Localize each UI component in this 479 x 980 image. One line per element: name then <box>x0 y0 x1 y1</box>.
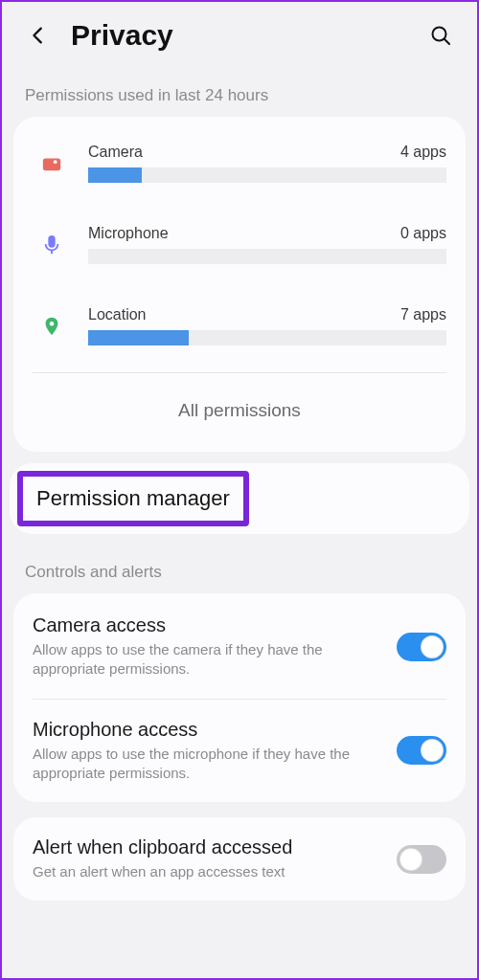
usage-count: 0 apps <box>400 225 446 242</box>
back-button[interactable] <box>23 20 54 51</box>
usage-row-microphone[interactable]: Microphone 0 apps <box>13 204 466 285</box>
search-button[interactable] <box>425 20 456 51</box>
usage-bar-fill <box>88 167 142 183</box>
control-title: Camera access <box>33 614 385 636</box>
usage-name: Microphone <box>88 225 169 242</box>
control-row-microphone-access[interactable]: Microphone access Allow apps to use the … <box>13 700 466 803</box>
control-row-clipboard[interactable]: Alert when clipboard accessed Get an ale… <box>13 817 466 901</box>
usage-name: Location <box>88 306 147 323</box>
usage-bar <box>88 330 446 345</box>
chevron-left-icon <box>28 25 49 46</box>
toggle-clipboard-alert[interactable] <box>397 845 446 874</box>
svg-line-1 <box>445 39 449 44</box>
usage-name: Camera <box>88 144 143 161</box>
permission-manager-label: Permission manager <box>23 477 243 521</box>
all-permissions-button[interactable]: All permissions <box>13 379 466 446</box>
search-icon <box>429 24 452 47</box>
location-icon <box>33 316 71 337</box>
toggle-camera-access[interactable] <box>397 633 446 661</box>
clipboard-card: Alert when clipboard accessed Get an ale… <box>13 817 466 901</box>
usage-bar <box>88 249 446 264</box>
control-subtitle: Allow apps to use the camera if they hav… <box>33 640 385 679</box>
control-row-camera-access[interactable]: Camera access Allow apps to use the came… <box>13 595 466 699</box>
usage-card: Camera 4 apps Microphone 0 apps Location… <box>13 117 466 452</box>
toggle-microphone-access[interactable] <box>397 736 446 765</box>
usage-bar <box>88 167 446 183</box>
svg-rect-4 <box>49 235 55 246</box>
svg-point-6 <box>50 321 55 325</box>
usage-row-location[interactable]: Location 7 apps <box>13 285 466 367</box>
control-title: Alert when clipboard accessed <box>33 836 385 858</box>
controls-section-label: Controls and alerts <box>2 546 477 593</box>
usage-bar-fill <box>88 330 189 345</box>
controls-card: Camera access Allow apps to use the came… <box>13 593 466 802</box>
divider <box>33 372 446 373</box>
svg-point-3 <box>54 160 57 164</box>
microphone-icon <box>33 234 71 256</box>
header: Privacy <box>2 2 477 69</box>
control-title: Microphone access <box>33 719 385 741</box>
svg-rect-2 <box>43 158 60 170</box>
control-subtitle: Get an alert when an app accesses text <box>33 862 385 881</box>
usage-section-label: Permissions used in last 24 hours <box>2 69 477 117</box>
usage-count: 4 apps <box>400 144 446 161</box>
control-subtitle: Allow apps to use the microphone if they… <box>33 745 385 784</box>
highlight-box: Permission manager <box>17 471 249 526</box>
page-title: Privacy <box>71 19 425 52</box>
permission-manager-card[interactable]: Permission manager <box>10 463 469 534</box>
usage-count: 7 apps <box>400 306 446 323</box>
usage-row-camera[interactable]: Camera 4 apps <box>13 122 466 204</box>
camera-icon <box>33 153 71 174</box>
